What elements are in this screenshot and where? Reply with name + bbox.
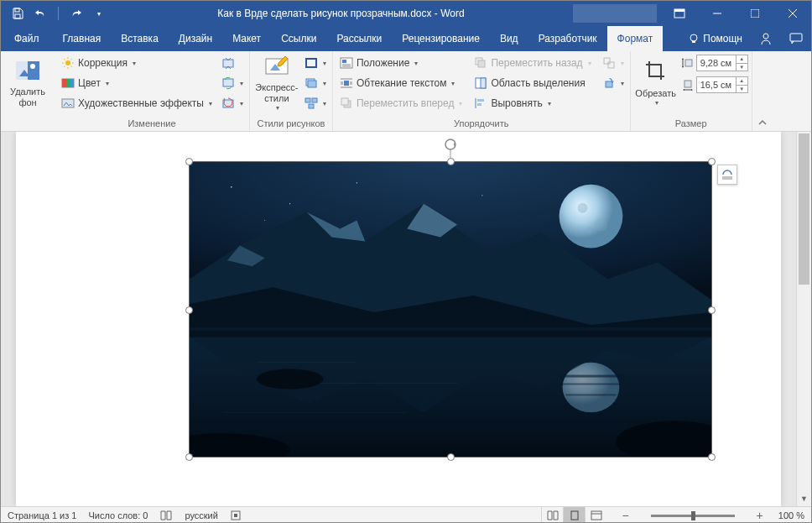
resize-handle-bm[interactable] xyxy=(447,453,455,461)
minimize-button[interactable] xyxy=(698,1,736,26)
svg-rect-63 xyxy=(608,62,614,68)
resize-handle-tr[interactable] xyxy=(708,158,716,165)
group-label-styles: Стили рисунков xyxy=(253,117,329,131)
color-button[interactable]: Цвет▾ xyxy=(58,73,216,93)
zoom-in-button[interactable]: + xyxy=(753,509,767,522)
height-up[interactable]: ▲ xyxy=(737,55,747,64)
share-button[interactable] xyxy=(751,26,781,51)
resize-handle-bl[interactable] xyxy=(185,453,193,461)
artistic-effects-button[interactable]: Художественные эффекты▾ xyxy=(58,93,216,113)
zoom-out-button[interactable]: − xyxy=(618,509,632,522)
zoom-level[interactable]: 100 % xyxy=(778,510,804,520)
svg-point-73 xyxy=(231,186,232,188)
wrap-text-button[interactable]: Обтекание текстом▾ xyxy=(336,73,466,93)
bring-forward-icon xyxy=(340,97,353,110)
ribbon-display-options-button[interactable] xyxy=(660,1,698,26)
macro-status[interactable] xyxy=(230,510,242,521)
spell-check-status[interactable] xyxy=(159,510,173,521)
tab-view[interactable]: Вид xyxy=(490,26,528,51)
page-number-status[interactable]: Страница 1 из 1 xyxy=(8,510,76,520)
collapse-ribbon-button[interactable] xyxy=(752,51,773,131)
tab-review[interactable]: Рецензирование xyxy=(392,26,490,51)
svg-rect-13 xyxy=(16,61,28,80)
read-mode-button[interactable] xyxy=(541,507,563,524)
change-picture-icon xyxy=(221,76,235,90)
reset-picture-button[interactable]: ▾ xyxy=(219,93,246,113)
svg-point-81 xyxy=(586,228,592,234)
resize-handle-mr[interactable] xyxy=(708,306,716,314)
vertical-scrollbar[interactable]: ▲ ▼ xyxy=(796,132,811,506)
svg-point-77 xyxy=(264,220,265,221)
zoom-thumb[interactable] xyxy=(691,511,695,520)
compress-pictures-button[interactable] xyxy=(219,53,246,73)
web-layout-button[interactable] xyxy=(585,507,606,524)
document-area: ▲ ▼ xyxy=(1,132,811,506)
tab-mailings[interactable]: Рассылки xyxy=(326,26,392,51)
resize-handle-tm[interactable] xyxy=(447,158,455,165)
crop-button[interactable]: Обрезать ▾ xyxy=(634,53,678,113)
quick-styles-button[interactable]: Экспресс-стили ▾ xyxy=(253,53,300,113)
tab-file[interactable]: Файл xyxy=(1,26,53,51)
compress-icon xyxy=(221,56,235,70)
svg-rect-11 xyxy=(790,34,802,41)
user-account-box[interactable] xyxy=(573,4,657,23)
resize-handle-ml[interactable] xyxy=(185,306,193,314)
resize-handle-br[interactable] xyxy=(708,453,716,461)
close-button[interactable] xyxy=(773,1,811,26)
brightness-icon xyxy=(61,56,75,70)
svg-point-78 xyxy=(560,185,623,248)
tab-home[interactable]: Главная xyxy=(53,26,112,51)
svg-rect-89 xyxy=(558,375,625,378)
rotate-button[interactable]: ▾ xyxy=(600,73,627,93)
tab-format[interactable]: Формат xyxy=(607,26,664,51)
help-button[interactable]: Помощн xyxy=(679,33,751,44)
color-icon xyxy=(61,76,75,90)
maximize-button[interactable] xyxy=(736,1,773,26)
layout-options-button[interactable] xyxy=(717,165,737,185)
print-layout-button[interactable] xyxy=(563,507,585,524)
width-down[interactable]: ▼ xyxy=(737,86,747,93)
save-button[interactable] xyxy=(8,3,28,24)
tab-insert[interactable]: Вставка xyxy=(111,26,169,51)
view-buttons xyxy=(541,507,606,524)
corrections-button[interactable]: Коррекция▾ xyxy=(58,53,216,73)
word-count-status[interactable]: Число слов: 0 xyxy=(88,510,148,520)
zoom-slider[interactable] xyxy=(651,515,735,517)
undo-button[interactable] xyxy=(31,3,51,24)
title-bar: ▾ Как в Врде сделать рисунок прозрачным.… xyxy=(1,1,811,26)
svg-rect-3 xyxy=(674,9,684,12)
qat-customize-button[interactable]: ▾ xyxy=(89,3,109,24)
width-up[interactable]: ▲ xyxy=(737,77,747,86)
picture-layout-button[interactable]: ▾ xyxy=(302,93,329,113)
resize-handle-tl[interactable] xyxy=(185,158,193,165)
tab-design[interactable]: Дизайн xyxy=(169,26,222,51)
picture-border-button[interactable]: ▾ xyxy=(302,53,329,73)
remove-background-button[interactable]: Удалить фон xyxy=(4,53,51,113)
align-button[interactable]: Выровнять▾ xyxy=(471,93,594,113)
tab-layout[interactable]: Макет xyxy=(222,26,271,51)
selection-pane-button[interactable]: Область выделения xyxy=(471,73,594,93)
svg-line-23 xyxy=(64,66,65,68)
comments-button[interactable] xyxy=(781,26,811,51)
language-status[interactable]: русский xyxy=(185,510,217,520)
svg-rect-27 xyxy=(66,79,70,87)
svg-rect-31 xyxy=(223,79,233,86)
position-button[interactable]: Положение▾ xyxy=(336,53,466,73)
tab-developer[interactable]: Разработчик xyxy=(528,26,607,51)
scroll-down[interactable]: ▼ xyxy=(797,491,811,506)
redo-button[interactable] xyxy=(65,3,86,24)
scroll-thumb[interactable] xyxy=(799,133,809,285)
tab-references[interactable]: Ссылки xyxy=(271,26,326,51)
picture-effects-button[interactable]: ▾ xyxy=(302,73,329,93)
svg-point-8 xyxy=(690,34,697,41)
document-page[interactable] xyxy=(16,132,781,506)
selected-picture[interactable] xyxy=(189,161,712,458)
rotate-handle[interactable] xyxy=(444,138,457,151)
height-down[interactable]: ▼ xyxy=(737,64,747,71)
group-label-change: Изменение xyxy=(58,117,246,131)
width-input[interactable]: 16,5 см▲▼ xyxy=(696,76,748,93)
ribbon-group-arrange: Положение▾ Обтекание текстом▾ Переместит… xyxy=(333,51,631,131)
book-icon xyxy=(159,510,173,521)
height-input[interactable]: 9,28 см▲▼ xyxy=(696,55,748,71)
change-picture-button[interactable]: ▾ xyxy=(219,73,246,93)
